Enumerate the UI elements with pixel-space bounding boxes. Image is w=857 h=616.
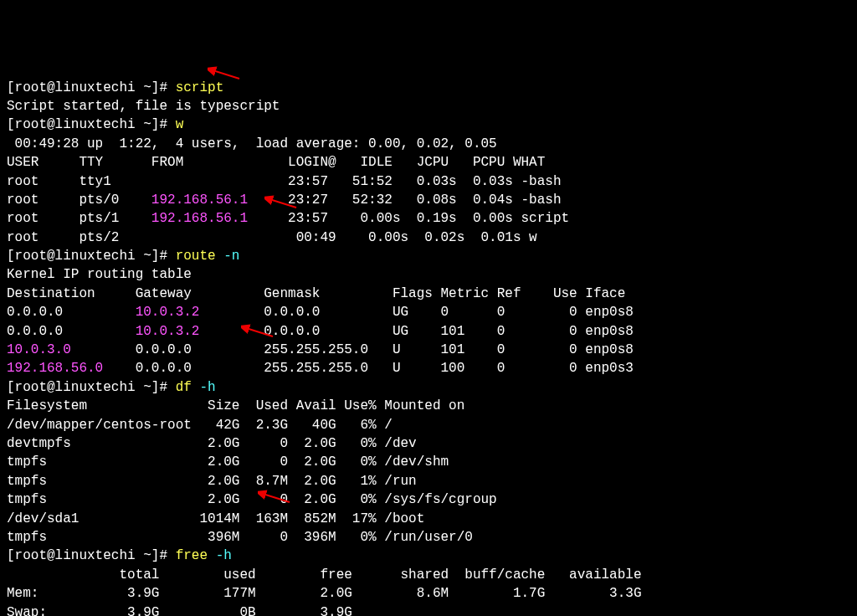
w-row: root pts/2 00:49 0.00s 0.02s 0.01s w [7,230,537,245]
route-header: Destination Gateway Genmask Flags Metric… [7,286,625,301]
route-row: 0.0.0.0 10.0.3.2 0.0.0.0 UG 101 0 0 enp0… [7,324,634,339]
command-route-flag: -n [223,249,239,264]
df-row: tmpfs 2.0G 0 2.0G 0% /sys/fs/cgroup [7,492,497,507]
prompt: [root@linuxtechi ~]# [7,249,176,264]
w-row: root pts/0 192.168.56.1 23:27 52:32 0.08… [7,192,562,208]
gateway: 10.0.3.2 [136,305,200,320]
uptime-line: 00:49:28 up 1:22, 4 users, load average:… [7,136,497,151]
ip-address: 192.168.56.1 [151,192,248,208]
free-row: Mem: 3.9G 177M 2.0G 8.6M 1.7G 3.3G [7,586,642,601]
command-free-flag: -h [216,548,232,563]
command-free: free [176,548,216,563]
route-title: Kernel IP routing table [7,267,192,282]
prompt: [root@linuxtechi ~]# [7,80,176,95]
route-row: 0.0.0.0 10.0.3.2 0.0.0.0 UG 0 0 0 enp0s8 [7,305,634,320]
gateway: 10.0.3.2 [136,324,200,339]
command-df-flag: -h [199,380,215,395]
free-header: total used free shared buff/cache availa… [7,567,642,583]
df-row: tmpfs 2.0G 0 2.0G 0% /dev/shm [7,454,449,470]
df-row: tmpfs 2.0G 8.7M 2.0G 1% /run [7,474,417,489]
free-row: Swap: 3.9G 0B 3.9G [7,605,352,617]
command-script: script [176,80,224,95]
route-row: 192.168.56.0 0.0.0.0 255.255.255.0 U 100… [7,361,634,376]
df-row: /dev/sda1 1014M 163M 852M 17% /boot [7,511,424,526]
prompt: [root@linuxtechi ~]# [7,117,176,132]
terminal-output[interactable]: [root@linuxtechi ~]# script Script start… [7,79,850,616]
df-row: tmpfs 396M 0 396M 0% /run/user/0 [7,530,473,545]
w-row: root pts/1 192.168.56.1 23:57 0.00s 0.19… [7,211,569,226]
df-row: devtmpfs 2.0G 0 2.0G 0% /dev [7,436,417,451]
output-line: Script started, file is typescript [7,99,280,114]
destination: 10.0.3.0 [7,342,71,357]
df-header: Filesystem Size Used Avail Use% Mounted … [7,398,464,413]
prompt: [root@linuxtechi ~]# [7,548,176,563]
command-w: w [176,117,184,132]
command-route: route [176,249,224,264]
route-row: 10.0.3.0 0.0.0.0 255.255.255.0 U 101 0 0… [7,342,634,357]
w-row: root tty1 23:57 51:52 0.03s 0.03s -bash [7,174,562,189]
command-df: df [176,380,200,395]
destination: 192.168.56.0 [7,361,103,376]
df-row: /dev/mapper/centos-root 42G 2.3G 40G 6% … [7,418,393,433]
w-header: USER TTY FROM LOGIN@ IDLE JCPU PCPU WHAT [7,155,545,170]
ip-address: 192.168.56.1 [151,211,248,226]
prompt: [root@linuxtechi ~]# [7,380,176,395]
